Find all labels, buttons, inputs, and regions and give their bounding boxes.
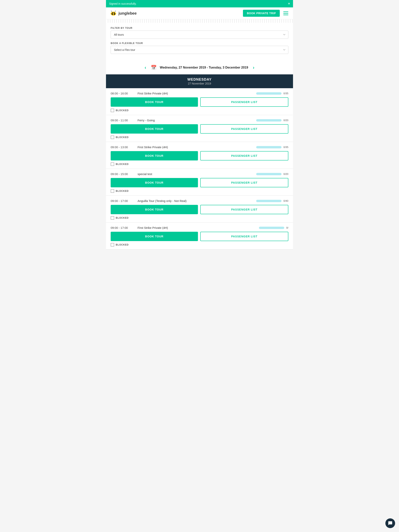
capacity-bar-bg [256,173,282,175]
flex-tour-select[interactable]: Select a Flex tour [111,46,288,54]
capacity-bar-bg [256,92,282,95]
capacity-area: 0/ [253,226,288,229]
hamburger-menu-btn[interactable] [283,11,289,16]
tour-time: 09:00 - 17:00 [111,199,136,203]
blocked-checkbox[interactable] [111,162,114,166]
logo-area: junglebee [110,10,137,17]
blocked-checkbox[interactable] [111,136,114,139]
prev-week-btn[interactable]: ‹ [143,64,148,71]
tour-buttons: BOOK TOUR PASSENGER LIST [111,124,288,133]
book-tour-btn[interactable]: BOOK TOUR [111,151,198,160]
tour-name: First Strike Private (4H) [138,92,253,95]
zigzag-divider [106,19,293,23]
blocked-label: BLOCKED [116,163,129,165]
tours-container: 08:00 - 16:00 First Strike Private (4H) … [106,88,293,249]
tour-info-row: 09:00 - 11:00 Ferry - Going 0/20 [111,119,288,122]
tour-item: 09:00 - 17:00 First Strike Private (4H) … [106,222,293,249]
logo-text: junglebee [118,11,137,16]
capacity-text: 0/20 [283,119,288,122]
book-tour-btn[interactable]: BOOK TOUR [111,97,198,107]
capacity-area: 0/35 [253,146,288,149]
blocked-row: BLOCKED [111,136,288,139]
filter-section: FILTER BY TOUR All tours BOOK A FLEXIBLE… [106,23,293,61]
passenger-list-btn[interactable]: PASSENGER LIST [200,178,288,187]
tour-name: Ferry - Going [138,119,253,122]
flex-tour-label: BOOK A FLEXIBLE TOUR [111,42,288,44]
blocked-row: BLOCKED [111,243,288,247]
tour-buttons: BOOK TOUR PASSENGER LIST [111,205,288,214]
next-week-btn[interactable]: › [251,64,256,71]
tour-name: First Strike Private (4H) [138,226,253,229]
blocked-checkbox[interactable] [111,243,114,247]
tour-buttons: BOOK TOUR PASSENGER LIST [111,97,288,107]
hamburger-line-3 [283,15,288,15]
hamburger-line-2 [283,13,288,14]
passenger-list-btn[interactable]: PASSENGER LIST [200,124,288,133]
blocked-row: BLOCKED [111,216,288,220]
book-tour-btn[interactable]: BOOK TOUR [111,178,198,187]
capacity-area: 0/35 [253,92,288,95]
tour-time: 09:00 - 17:00 [111,226,136,229]
filter-by-tour-label: FILTER BY TOUR [111,27,288,29]
hamburger-line-1 [283,12,288,12]
blocked-label: BLOCKED [116,109,129,112]
passenger-list-btn[interactable]: PASSENGER LIST [200,205,288,214]
tour-buttons: BOOK TOUR PASSENGER LIST [111,232,288,241]
calendar-icon: 📅 [151,65,157,70]
capacity-area: 0/20 [253,172,288,176]
day-header: WEDNESDAY 27 November 2019 [106,74,293,88]
blocked-checkbox[interactable] [111,216,114,220]
banner-message: Signed in successfully. [109,2,137,5]
tour-item: 08:00 - 16:00 First Strike Private (4H) … [106,88,293,115]
book-tour-btn[interactable]: BOOK TOUR [111,232,198,241]
passenger-list-btn[interactable]: PASSENGER LIST [200,97,288,107]
book-tour-btn[interactable]: BOOK TOUR [111,205,198,214]
blocked-label: BLOCKED [116,190,129,192]
capacity-area: 0/40 [253,199,288,202]
tour-info-row: 09:00 - 17:00 First Strike Private (4H) … [111,226,288,229]
book-private-btn[interactable]: BOOK PRIVATE TRIP [243,10,280,17]
success-banner: Signed in successfully. × [106,0,293,7]
day-name: WEDNESDAY [109,77,290,82]
passenger-list-btn[interactable]: PASSENGER LIST [200,232,288,241]
tour-time: 09:00 - 11:00 [111,119,136,122]
blocked-label: BLOCKED [116,216,129,219]
blocked-checkbox[interactable] [111,189,114,193]
capacity-bar-bg [256,200,282,202]
tour-item: 09:00 - 17:00 Anguilla Tour (Testing onl… [106,196,293,222]
tour-item: 09:00 - 11:00 Ferry - Going 0/20 BOOK TO… [106,115,293,142]
tour-buttons: BOOK TOUR PASSENGER LIST [111,178,288,187]
capacity-area: 0/20 [253,119,288,122]
capacity-text: 0/35 [283,146,288,149]
capacity-bar-bg [256,119,282,121]
tour-item: 09:00 - 13:00 First Strike Private (4H) … [106,142,293,169]
capacity-bar-bg [256,146,282,148]
blocked-checkbox[interactable] [111,109,114,112]
capacity-bar-bg [259,227,284,229]
blocked-row: BLOCKED [111,109,288,112]
blocked-row: BLOCKED [111,189,288,193]
tour-info-row: 08:00 - 16:00 First Strike Private (4H) … [111,92,288,95]
tour-info-row: 09:00 - 15:00 special test 0/20 [111,172,288,176]
svg-line-4 [111,11,112,12]
banner-close[interactable]: × [288,2,290,6]
tour-info-row: 09:00 - 17:00 Anguilla Tour (Testing onl… [111,199,288,203]
blocked-label: BLOCKED [116,243,129,246]
blocked-row: BLOCKED [111,162,288,166]
tour-time: 08:00 - 16:00 [111,92,136,95]
book-tour-btn[interactable]: BOOK TOUR [111,124,198,133]
tour-name: special test [138,172,253,176]
logo-icon [110,10,117,17]
day-date: 27 November 2019 [109,82,290,85]
filter-by-tour-select[interactable]: All tours [111,31,288,39]
blocked-label: BLOCKED [116,136,129,139]
capacity-text: 0/20 [283,172,288,176]
passenger-list-btn[interactable]: PASSENGER LIST [200,151,288,160]
capacity-text: 0/35 [283,92,288,95]
tour-info-row: 09:00 - 13:00 First Strike Private (4H) … [111,146,288,149]
date-navigation: ‹ 📅 Wednesday, 27 November 2019 - Tuesda… [106,61,293,74]
header-right: BOOK PRIVATE TRIP [243,10,289,17]
svg-line-5 [115,11,116,12]
svg-point-2 [112,12,113,13]
svg-point-3 [114,12,115,13]
